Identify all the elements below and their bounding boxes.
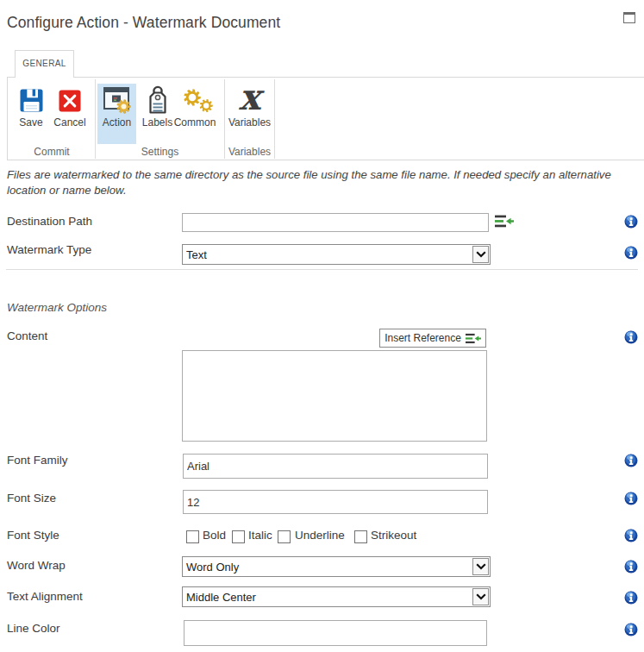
insert-reference-icon bbox=[466, 333, 481, 344]
text-alignment-select[interactable]: Middle Center bbox=[182, 586, 491, 607]
insert-reference-icon[interactable] bbox=[495, 215, 514, 231]
cancel-button-label: Cancel bbox=[47, 116, 92, 129]
save-icon bbox=[11, 86, 51, 114]
underline-checkbox-label: Underline bbox=[295, 529, 345, 542]
italic-checkbox[interactable] bbox=[232, 530, 245, 543]
cancel-icon bbox=[47, 86, 92, 114]
strikeout-checkbox-label: Strikeout bbox=[371, 529, 416, 542]
font-family-input[interactable] bbox=[183, 454, 488, 479]
ribbon-group-label-settings: Settings bbox=[96, 146, 224, 160]
text-alignment-value: Middle Center bbox=[186, 587, 256, 606]
info-icon[interactable] bbox=[624, 215, 638, 229]
watermark-options-heading: Watermark Options bbox=[7, 301, 107, 314]
save-button[interactable]: Save bbox=[11, 84, 51, 144]
info-icon[interactable] bbox=[624, 560, 638, 574]
variables-button-label: Variables bbox=[227, 116, 272, 129]
variables-button[interactable]: x Variables bbox=[227, 84, 272, 144]
underline-checkbox[interactable] bbox=[278, 530, 291, 543]
page-title: Configure Action - Watermark Document bbox=[7, 14, 280, 32]
destination-path-label: Destination Path bbox=[7, 215, 92, 228]
action-button-label: Action bbox=[97, 116, 136, 129]
info-icon[interactable] bbox=[624, 623, 638, 636]
insert-reference-button-label: Insert Reference bbox=[385, 332, 461, 344]
ribbon-group-label-commit: Commit bbox=[9, 146, 95, 160]
destination-path-input[interactable] bbox=[182, 213, 489, 232]
word-wrap-select[interactable]: Word Only bbox=[182, 556, 491, 577]
watermark-type-select[interactable]: Text bbox=[182, 244, 491, 265]
info-icon[interactable] bbox=[624, 492, 638, 505]
word-wrap-label: Word Wrap bbox=[7, 559, 66, 572]
font-size-input[interactable] bbox=[183, 490, 488, 514]
cancel-button[interactable]: Cancel bbox=[47, 84, 92, 144]
action-icon bbox=[97, 86, 136, 114]
dropdown-button[interactable] bbox=[472, 588, 489, 605]
tab-general[interactable]: GENERAL bbox=[15, 50, 74, 78]
bold-checkbox-label: Bold bbox=[203, 529, 226, 542]
section-divider bbox=[6, 269, 638, 270]
info-icon[interactable] bbox=[624, 330, 638, 344]
ribbon-group-label-variables: Variables bbox=[225, 146, 274, 160]
font-style-label: Font Style bbox=[7, 529, 59, 542]
info-icon[interactable] bbox=[624, 591, 638, 605]
info-icon[interactable] bbox=[624, 246, 638, 260]
configure-action-dialog: Configure Action - Watermark Document GE… bbox=[0, 0, 644, 652]
common-button[interactable]: Common bbox=[172, 84, 218, 144]
watermark-type-value: Text bbox=[186, 245, 207, 264]
insert-reference-button[interactable]: Insert Reference bbox=[379, 329, 486, 348]
watermark-type-label: Watermark Type bbox=[7, 243, 91, 256]
content-label: Content bbox=[7, 329, 47, 342]
dropdown-button[interactable] bbox=[472, 558, 489, 575]
ribbon-group-separator bbox=[274, 79, 275, 159]
font-size-label: Font Size bbox=[7, 492, 56, 505]
text-alignment-label: Text Alignment bbox=[7, 590, 83, 603]
action-button[interactable]: Action bbox=[97, 84, 136, 144]
strikeout-checkbox[interactable] bbox=[354, 530, 367, 543]
dropdown-button[interactable] bbox=[472, 246, 489, 263]
info-icon[interactable] bbox=[624, 529, 638, 542]
line-color-input[interactable] bbox=[184, 620, 487, 646]
info-icon[interactable] bbox=[624, 454, 638, 467]
line-color-label: Line Color bbox=[7, 622, 60, 635]
font-family-label: Font Family bbox=[7, 454, 68, 467]
common-icon bbox=[172, 86, 218, 114]
description-text: Files are watermarked to the same direct… bbox=[7, 167, 636, 198]
common-button-label: Common bbox=[172, 116, 218, 129]
ribbon: Commit Settings Variables Save bbox=[7, 77, 644, 160]
maximize-icon[interactable] bbox=[623, 12, 635, 23]
save-button-label: Save bbox=[11, 116, 51, 129]
variables-icon: x bbox=[227, 86, 272, 114]
content-textarea[interactable] bbox=[182, 350, 487, 442]
italic-checkbox-label: Italic bbox=[248, 529, 272, 542]
bold-checkbox[interactable] bbox=[186, 530, 199, 543]
word-wrap-value: Word Only bbox=[186, 557, 239, 576]
